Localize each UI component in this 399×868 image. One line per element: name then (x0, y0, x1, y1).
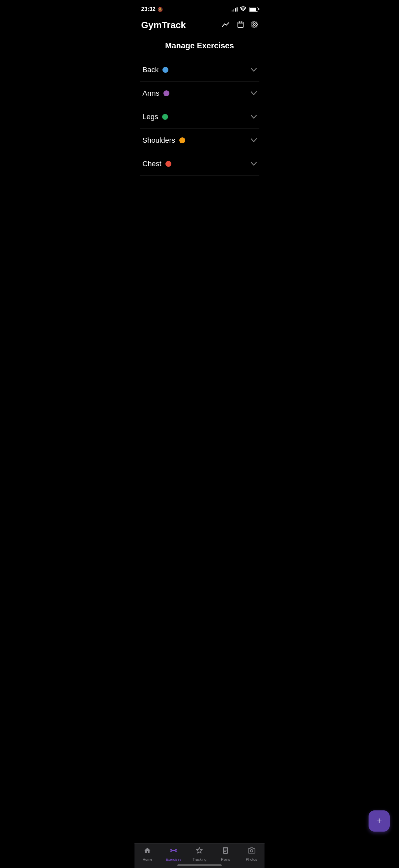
category-arms-name: Arms (142, 89, 160, 98)
app-title: GymTrack (141, 20, 186, 30)
chevron-arms-icon (251, 90, 257, 97)
app-header: GymTrack (135, 17, 265, 36)
category-back-name: Back (142, 66, 159, 74)
chevron-legs-icon (251, 114, 257, 121)
svg-point-4 (254, 24, 256, 26)
svg-rect-0 (237, 22, 243, 28)
header-icons (222, 21, 258, 30)
page-title: Manage Exercises (135, 36, 265, 58)
calendar-icon[interactable] (237, 21, 244, 30)
signal-icon (232, 7, 237, 11)
status-time: 23:32 (141, 6, 156, 12)
category-chest[interactable]: Chest (140, 152, 259, 176)
category-chest-left: Chest (142, 160, 171, 168)
category-legs-name: Legs (142, 113, 159, 121)
status-time-area: 23:32 🔕 (141, 6, 163, 12)
category-shoulders[interactable]: Shoulders (140, 129, 259, 152)
category-back[interactable]: Back (140, 58, 259, 82)
category-arms[interactable]: Arms (140, 82, 259, 105)
status-bar: 23:32 🔕 (135, 0, 265, 17)
category-legs[interactable]: Legs (140, 105, 259, 129)
category-chest-name: Chest (142, 160, 162, 168)
trend-icon[interactable] (222, 21, 230, 29)
chevron-back-icon (251, 66, 257, 73)
categories-list: Back Arms Legs (135, 58, 265, 176)
category-shoulders-left: Shoulders (142, 136, 185, 145)
category-arms-left: Arms (142, 89, 169, 98)
category-shoulders-name: Shoulders (142, 136, 175, 145)
chevron-chest-icon (251, 160, 257, 167)
category-shoulders-dot (179, 137, 185, 143)
category-legs-dot (162, 114, 168, 120)
battery-icon (249, 7, 258, 11)
category-back-dot (162, 67, 168, 73)
category-arms-dot (163, 90, 169, 96)
category-back-left: Back (142, 66, 169, 74)
settings-icon[interactable] (251, 21, 258, 30)
category-legs-left: Legs (142, 113, 168, 121)
bell-slash-icon: 🔕 (158, 7, 163, 12)
chevron-shoulders-icon (251, 137, 257, 144)
status-icons (232, 6, 258, 12)
wifi-icon (240, 6, 246, 12)
category-chest-dot (165, 161, 171, 167)
